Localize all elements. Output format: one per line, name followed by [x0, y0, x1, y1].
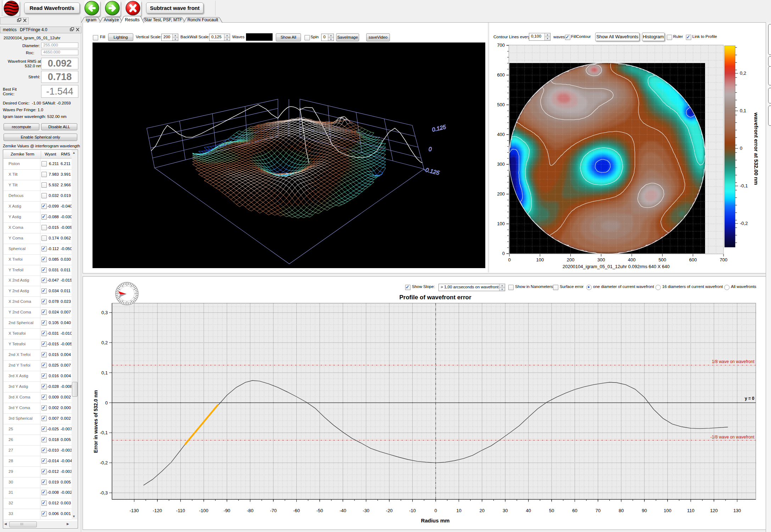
- svg-text:-40: -40: [340, 508, 346, 513]
- svg-text:10: 10: [456, 508, 461, 513]
- svg-text:0: 0: [740, 146, 742, 151]
- svg-text:20200104_igram_05_01_12uhr 0.: 20200104_igram_05_01_12uhr 0.092rms 640 …: [563, 264, 670, 269]
- svg-text:200: 200: [497, 191, 505, 197]
- svg-text:100: 100: [664, 508, 671, 513]
- svg-text:-0,1: -0,1: [100, 430, 108, 435]
- svg-text:120: 120: [710, 508, 718, 513]
- svg-text:400: 400: [497, 132, 505, 137]
- svg-text:700: 700: [720, 257, 727, 262]
- svg-text:igram: igram: [86, 17, 96, 22]
- svg-text:300: 300: [597, 257, 605, 262]
- svg-text:600: 600: [689, 257, 697, 262]
- svg-text:70: 70: [596, 508, 600, 513]
- svg-text:wavefront error at 532.00 nm: wavefront error at 532.00 nm: [753, 112, 759, 185]
- svg-text:40: 40: [526, 508, 531, 513]
- svg-text:-80: -80: [247, 508, 253, 513]
- svg-text:-130: -130: [129, 508, 139, 513]
- svg-text:-0,3: -0,3: [100, 490, 108, 496]
- svg-text:400: 400: [628, 257, 636, 262]
- svg-text:-1/8 wave on wavefront: -1/8 wave on wavefront: [710, 435, 755, 440]
- svg-text:-0,1: -0,1: [740, 183, 748, 188]
- svg-text:-30: -30: [363, 508, 369, 513]
- svg-text:Profile of wavefront error: Profile of wavefront error: [399, 294, 471, 301]
- svg-text:700: 700: [497, 43, 505, 48]
- svg-text:-110: -110: [176, 508, 185, 513]
- svg-text:110: 110: [687, 508, 694, 513]
- svg-text:0: 0: [429, 146, 432, 152]
- svg-text:-0,2: -0,2: [740, 221, 748, 226]
- svg-text:-0,2: -0,2: [100, 460, 108, 465]
- svg-text:-120: -120: [153, 508, 162, 513]
- svg-text:90: 90: [642, 508, 647, 513]
- svg-text:100: 100: [497, 221, 505, 226]
- svg-text:300: 300: [497, 162, 505, 167]
- svg-text:Error in waves of 532.0 nm: Error in waves of 532.0 nm: [93, 390, 99, 453]
- svg-text:y = 0: y = 0: [745, 396, 754, 401]
- svg-text:60: 60: [572, 508, 577, 513]
- svg-text:30: 30: [503, 508, 508, 513]
- svg-text:1/8 wave on wavefront: 1/8 wave on wavefront: [712, 359, 755, 364]
- svg-text:0: 0: [434, 508, 437, 513]
- svg-text:80: 80: [619, 508, 624, 513]
- svg-text:0: 0: [502, 251, 505, 256]
- svg-text:500: 500: [659, 257, 666, 262]
- svg-text:20: 20: [480, 508, 485, 513]
- svg-text:0,3: 0,3: [101, 310, 108, 315]
- svg-text:Ronchi Foucault: Ronchi Foucault: [188, 17, 218, 22]
- svg-text:-60: -60: [293, 508, 300, 513]
- svg-text:600: 600: [497, 72, 505, 78]
- svg-text:-10: -10: [409, 508, 416, 513]
- svg-text:50: 50: [549, 508, 554, 513]
- svg-text:100: 100: [536, 257, 544, 262]
- svg-text:Star Test, PSF, MTF: Star Test, PSF, MTF: [144, 17, 182, 22]
- svg-text:0: 0: [508, 257, 510, 262]
- svg-text:-50: -50: [317, 508, 323, 513]
- svg-text:0,1: 0,1: [101, 370, 108, 375]
- svg-text:0,1: 0,1: [740, 108, 746, 113]
- svg-text:-100: -100: [199, 508, 208, 513]
- svg-text:0,2: 0,2: [101, 340, 108, 345]
- svg-text:200: 200: [567, 257, 575, 262]
- svg-text:Analyze: Analyze: [104, 17, 119, 22]
- svg-text:0,2: 0,2: [740, 70, 746, 76]
- svg-text:-70: -70: [270, 508, 277, 513]
- svg-text:0: 0: [105, 400, 108, 406]
- svg-text:Radius mm: Radius mm: [421, 517, 450, 523]
- svg-text:-90: -90: [224, 508, 230, 513]
- svg-text:130: 130: [733, 508, 741, 513]
- svg-text:-20: -20: [386, 508, 393, 513]
- svg-text:500: 500: [497, 102, 505, 107]
- svg-text:Results: Results: [125, 17, 140, 22]
